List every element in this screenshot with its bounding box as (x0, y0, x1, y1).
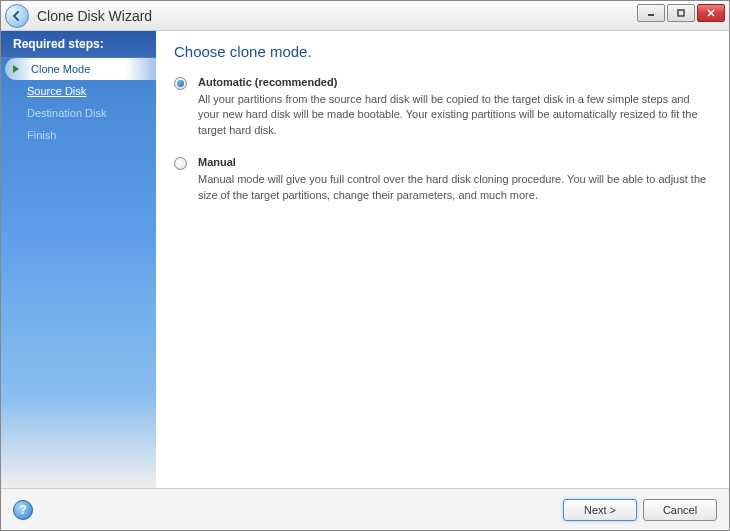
radio-manual[interactable] (174, 157, 187, 170)
sidebar-item-clone-mode[interactable]: Clone Mode (5, 58, 156, 80)
back-button[interactable] (5, 4, 29, 28)
cancel-button[interactable]: Cancel (643, 499, 717, 521)
titlebar: Clone Disk Wizard (1, 1, 729, 31)
maximize-button[interactable] (667, 4, 695, 22)
sidebar-item-label: Destination Disk (27, 107, 106, 119)
sidebar-item-source-disk[interactable]: Source Disk (1, 80, 156, 102)
option-title-automatic: Automatic (recommended) (198, 76, 711, 88)
sidebar-item-finish[interactable]: Finish (1, 124, 156, 146)
page-heading: Choose clone mode. (174, 43, 711, 60)
minimize-icon (647, 9, 655, 17)
svg-rect-0 (648, 14, 654, 16)
maximize-icon (677, 9, 685, 17)
sidebar-item-destination-disk[interactable]: Destination Disk (1, 102, 156, 124)
option-desc-automatic: All your partitions from the source hard… (198, 92, 711, 138)
help-button[interactable]: ? (13, 500, 33, 520)
svg-rect-1 (678, 10, 684, 16)
wizard-window: Clone Disk Wizard Required steps: Clone … (0, 0, 730, 531)
wizard-body: Required steps: Clone Mode Source Disk D… (1, 31, 729, 488)
option-title-manual: Manual (198, 156, 711, 168)
sidebar-item-label: Finish (27, 129, 56, 141)
sidebar-item-label: Source Disk (27, 85, 86, 97)
minimize-button[interactable] (637, 4, 665, 22)
help-icon: ? (19, 503, 26, 517)
radio-automatic[interactable] (174, 77, 187, 90)
footer: ? Next > Cancel (1, 488, 729, 530)
window-title: Clone Disk Wizard (37, 8, 152, 24)
main-panel: Choose clone mode. Automatic (recommende… (156, 31, 729, 488)
sidebar-item-label: Clone Mode (31, 63, 90, 75)
sidebar: Required steps: Clone Mode Source Disk D… (1, 31, 156, 488)
window-controls (637, 4, 725, 22)
next-button[interactable]: Next > (563, 499, 637, 521)
option-automatic: Automatic (recommended) All your partiti… (174, 76, 711, 138)
option-desc-manual: Manual mode will give you full control o… (198, 172, 711, 203)
option-manual: Manual Manual mode will give you full co… (174, 156, 711, 203)
close-icon (707, 9, 715, 17)
close-button[interactable] (697, 4, 725, 22)
back-arrow-icon (11, 10, 23, 22)
sidebar-header: Required steps: (1, 31, 156, 58)
